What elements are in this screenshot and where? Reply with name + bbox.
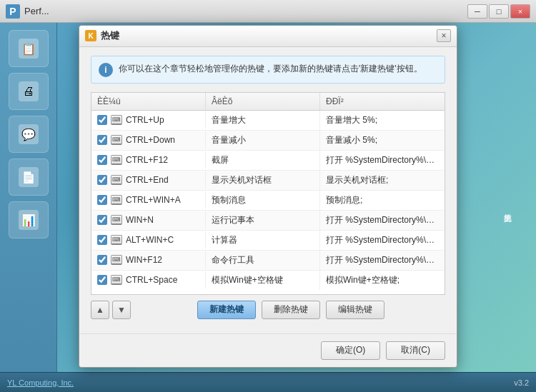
delete-hotkey-button[interactable]: 删除热键	[262, 301, 320, 319]
table-row: ⌨WIN+N运行记事本打开 %SystemDirectory%\not...	[91, 211, 445, 231]
table-cell-action: 显示关机对话框;	[320, 171, 445, 190]
key-icon: ⌨	[111, 235, 122, 245]
key-label: WIN+F12	[126, 255, 162, 265]
action-btn-group: 新建热键 删除热键 编辑热键	[137, 301, 445, 319]
table-cell-desc: 命令行工具	[206, 251, 320, 270]
header-desc: ÂëÈõ	[206, 93, 320, 110]
key-icon: ⌨	[111, 175, 122, 185]
table-cell-key: ⌨CTRL+Down	[91, 131, 206, 149]
key-icon: ⌨	[111, 195, 122, 205]
table-row: ⌨CTRL+Down音量减小音量减小 5%;	[91, 131, 445, 151]
table-cell-desc: 预制消息	[206, 191, 320, 210]
row-checkbox[interactable]	[97, 255, 107, 265]
edit-hotkey-button[interactable]: 编辑热键	[326, 301, 384, 319]
table-row: ⌨ALT+WIN+C计算器打开 %SystemDirectory%\calc..…	[91, 231, 445, 251]
table-row: ⌨WIN+F12命令行工具打开 %SystemDirectory%\Cmd...	[91, 251, 445, 271]
table-cell-action: 打开 %SystemDirectory%\snip...	[320, 151, 445, 170]
arrow-up-button[interactable]: ▲	[91, 301, 109, 319]
new-hotkey-button[interactable]: 新建热键	[197, 301, 256, 319]
table-cell-desc: 模拟Win键+空格键	[206, 271, 320, 290]
table-body: ⌨CTRL+Up音量增大音量增大 5%;⌨CTRL+Down音量减小音量减小 5…	[91, 111, 445, 290]
header-key: ÈÈ¼ú	[91, 93, 206, 110]
key-icon: ⌨	[111, 275, 122, 285]
modal-content: i 你可以在这个章节轻松地管理你的热键，要添加新的热键请点击'新建热键'按钮。 …	[79, 47, 457, 333]
key-icon: ⌨	[111, 255, 122, 265]
table-cell-action: 预制消息;	[320, 191, 445, 210]
modal-title-icon: K	[85, 30, 96, 41]
hotkey-table: ÈÈ¼ú ÂëÈõ ÐÐÏ² ⌨CTRL+Up音量增大音量增大 5%;⌨CTRL…	[91, 92, 445, 295]
table-cell-key: ⌨CTRL+Space	[91, 271, 206, 288]
row-checkbox[interactable]	[97, 155, 107, 165]
table-header: ÈÈ¼ú ÂëÈõ ÐÐÏ²	[91, 93, 445, 111]
key-label: ALT+WIN+C	[126, 235, 174, 245]
table-row: ⌨CTRL+Space模拟Win键+空格键模拟Win键+空格键;	[91, 271, 445, 290]
key-label: CTRL+WIN+A	[126, 195, 181, 205]
table-row: ⌨CTRL+Up音量增大音量增大 5%;	[91, 111, 445, 131]
key-icon: ⌨	[111, 155, 122, 165]
table-cell-desc: 显示关机对话框	[206, 171, 320, 190]
key-icon: ⌨	[111, 115, 122, 125]
table-cell-desc: 运行记事本	[206, 211, 320, 230]
key-label: CTRL+Down	[126, 135, 175, 145]
table-cell-desc: 音量减小	[206, 131, 320, 150]
modal-titlebar: K 热键 ×	[79, 26, 457, 47]
row-checkbox[interactable]	[97, 235, 107, 245]
table-cell-key: ⌨WIN+F12	[91, 251, 206, 268]
table-row: ⌨CTRL+F12截屏打开 %SystemDirectory%\snip...	[91, 151, 445, 171]
ok-button[interactable]: 确定(O)	[321, 341, 380, 360]
row-checkbox[interactable]	[97, 275, 107, 285]
key-label: CTRL+End	[126, 175, 169, 185]
table-cell-key: ⌨CTRL+Up	[91, 111, 206, 129]
info-icon: i	[99, 63, 113, 77]
key-label: WIN+N	[126, 215, 154, 225]
row-checkbox[interactable]	[97, 195, 107, 205]
header-action: ÐÐÏ²	[320, 93, 445, 110]
info-bar: i 你可以在这个章节轻松地管理你的热键，要添加新的热键请点击'新建热键'按钮。	[91, 56, 445, 84]
table-cell-key: ⌨CTRL+End	[91, 171, 206, 189]
modal-close-button[interactable]: ×	[437, 29, 451, 42]
modal-footer: 确定(O) 取消(C)	[79, 333, 457, 367]
table-cell-action: 音量增大 5%;	[320, 111, 445, 130]
table-row: ⌨CTRL+End显示关机对话框显示关机对话框;	[91, 171, 445, 191]
modal-title: 热键	[101, 29, 437, 42]
modal-overlay: K 热键 × i 你可以在这个章节轻松地管理你的热键，要添加新的热键请点击'新建…	[0, 0, 536, 392]
row-checkbox[interactable]	[97, 135, 107, 145]
table-cell-key: ⌨ALT+WIN+C	[91, 231, 206, 248]
cancel-button[interactable]: 取消(C)	[386, 341, 445, 360]
table-cell-key: ⌨CTRL+F12	[91, 151, 206, 169]
table-cell-desc: 计算器	[206, 231, 320, 250]
table-cell-desc: 截屏	[206, 151, 320, 170]
key-icon: ⌨	[111, 215, 122, 225]
row-checkbox[interactable]	[97, 175, 107, 185]
table-cell-action: 打开 %SystemDirectory%\calc...	[320, 231, 445, 250]
nav-arrows: ▲ ▼	[91, 301, 131, 319]
table-cell-action: 打开 %SystemDirectory%\Cmd...	[320, 251, 445, 270]
key-icon: ⌨	[111, 135, 122, 145]
table-cell-action: 音量减小 5%;	[320, 131, 445, 150]
hotkey-dialog: K 热键 × i 你可以在这个章节轻松地管理你的热键，要添加新的热键请点击'新建…	[79, 25, 457, 368]
table-cell-key: ⌨CTRL+WIN+A	[91, 191, 206, 208]
key-label: CTRL+Space	[126, 275, 177, 285]
table-cell-action: 打开 %SystemDirectory%\not...	[320, 211, 445, 230]
key-label: CTRL+Up	[126, 115, 164, 125]
table-cell-key: ⌨WIN+N	[91, 211, 206, 228]
table-row: ⌨CTRL+WIN+A预制消息预制消息;	[91, 191, 445, 211]
key-label: CTRL+F12	[126, 155, 168, 165]
table-cell-desc: 音量增大	[206, 111, 320, 130]
row-checkbox[interactable]	[97, 215, 107, 225]
row-checkbox[interactable]	[97, 115, 107, 125]
arrow-down-button[interactable]: ▼	[112, 301, 131, 319]
table-actions: ▲ ▼ 新建热键 删除热键 编辑热键	[91, 295, 445, 325]
table-cell-action: 模拟Win键+空格键;	[320, 271, 445, 290]
info-text: 你可以在这个章节轻松地管理你的热键，要添加新的热键请点击'新建热键'按钮。	[119, 62, 422, 75]
